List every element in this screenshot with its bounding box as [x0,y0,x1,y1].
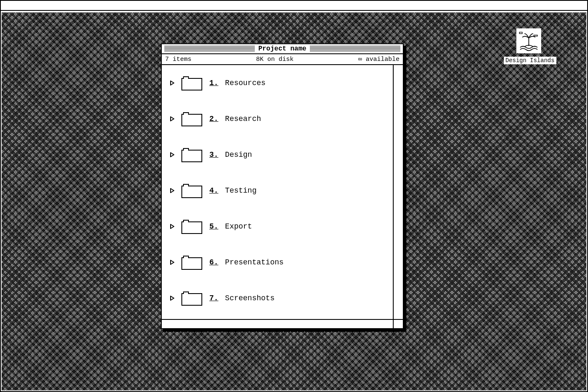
folder-icon [181,183,203,199]
folder-name: Presentations [225,258,284,266]
desktop[interactable]: Design Islands Project name 7 items 8K o… [2,13,586,390]
disclosure-triangle-icon[interactable] [170,116,174,121]
disclosure-triangle-icon[interactable] [170,188,174,193]
folder-name: Research [225,115,261,123]
info-available: ∞ available [358,56,400,63]
window-titlebar[interactable]: Project name [162,44,403,54]
folder-number: 6. [209,258,219,266]
folder-name: Export [225,222,252,231]
folder-number: 4. [209,186,219,195]
folder-icon [181,111,203,127]
folder-number: 1. [209,79,219,87]
window-body: 1. Resources 2. Research [162,65,403,319]
folder-list[interactable]: 1. Resources 2. Research [162,65,394,319]
window-infobar: 7 items 8K on disk ∞ available [162,54,403,65]
folder-number: 3. [209,151,219,159]
info-disk-usage: 8K on disk [191,56,358,63]
disclosure-triangle-icon[interactable] [170,296,174,301]
desktop-volume-label: Design Islands [504,57,556,64]
window-footer [162,319,403,328]
horizontal-scrollbar[interactable] [162,320,394,328]
folder-name: Screenshots [225,294,275,302]
menubar[interactable] [1,1,587,11]
folder-row[interactable]: 6. Presentations [170,254,384,270]
folder-row[interactable]: 2. Research [170,111,384,127]
disclosure-triangle-icon[interactable] [170,152,174,157]
folder-row[interactable]: 3. Design [170,147,384,163]
folder-row[interactable]: 5. Export [170,219,384,234]
svg-rect-0 [519,32,522,33]
folder-name: Resources [225,79,266,87]
folder-row[interactable]: 7. Screenshots [170,290,384,306]
folder-number: 2. [209,115,219,123]
info-item-count: 7 items [165,56,191,63]
resize-grow-box[interactable] [394,320,403,328]
folder-name: Testing [225,186,257,195]
folder-row[interactable]: 4. Testing [170,183,384,199]
folder-icon [181,254,203,270]
screen: Design Islands Project name 7 items 8K o… [0,0,588,392]
folder-row[interactable]: 1. Resources [170,75,384,91]
island-icon [516,28,541,53]
svg-rect-1 [534,35,538,36]
disclosure-triangle-icon[interactable] [170,260,174,265]
window-title: Project name [255,45,309,53]
folder-name: Design [225,151,252,159]
folder-icon [181,219,203,234]
folder-icon [181,75,203,91]
finder-window[interactable]: Project name 7 items 8K on disk ∞ availa… [161,43,404,329]
disclosure-triangle-icon[interactable] [170,224,174,229]
folder-icon [181,147,203,163]
folder-number: 5. [209,222,219,231]
folder-number: 7. [209,294,219,302]
vertical-scrollbar[interactable] [394,65,403,319]
desktop-volume[interactable]: Design Islands [504,28,554,64]
disclosure-triangle-icon[interactable] [170,80,174,85]
folder-icon [181,290,203,306]
